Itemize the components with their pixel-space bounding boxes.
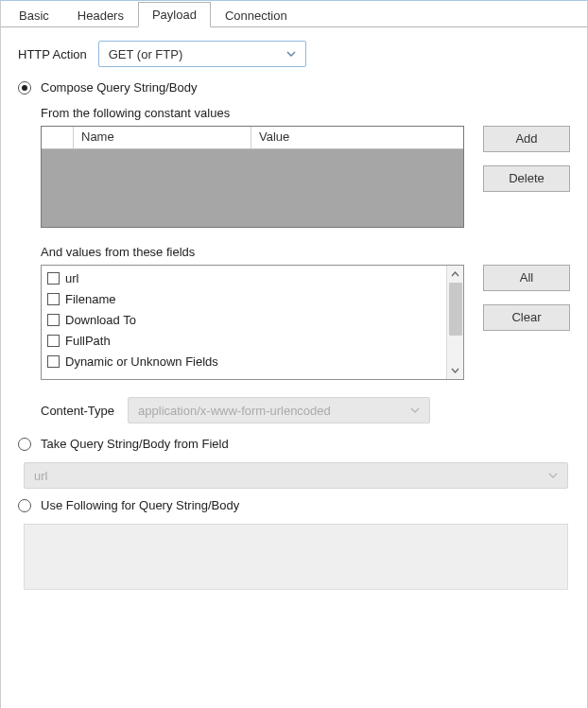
list-item[interactable]: Filename (47, 288, 442, 309)
from-field-select: url (24, 462, 568, 489)
fields-label: And values from these fields (41, 245, 570, 259)
radio-compose[interactable] (18, 81, 31, 95)
fields-listbox[interactable]: url Filename Download To FullPath (41, 265, 464, 380)
tab-connection[interactable]: Connection (211, 3, 302, 27)
radio-from-field[interactable] (18, 438, 31, 451)
payload-config-panel: Basic Headers Payload Connection HTTP Ac… (0, 0, 588, 708)
tab-headers[interactable]: Headers (63, 3, 138, 27)
content-type-select: application/x-www-form-urlencoded (128, 397, 430, 423)
clear-button[interactable]: Clear (483, 304, 570, 331)
constants-label: From the following constant values (41, 106, 570, 120)
radio-from-field-row[interactable]: Take Query String/Body from Field (18, 437, 570, 451)
tab-content: HTTP Action GET (or FTP) Compose Query S… (1, 27, 587, 599)
radio-compose-label: Compose Query String/Body (41, 80, 197, 95)
list-item[interactable]: Download To (47, 309, 442, 330)
fields-list-inner: url Filename Download To FullPath (42, 266, 446, 373)
tabstrip: Basic Headers Payload Connection (1, 1, 587, 27)
scrollbar[interactable] (446, 266, 463, 379)
http-action-value: GET (or FTP) (109, 47, 182, 61)
literal-body-textarea (24, 524, 568, 590)
checkbox[interactable] (47, 272, 60, 285)
add-button[interactable]: Add (483, 126, 570, 152)
scroll-thumb[interactable] (449, 283, 462, 336)
list-item[interactable]: url (47, 268, 442, 288)
delete-button[interactable]: Delete (483, 165, 570, 192)
chevron-down-icon (548, 473, 558, 478)
constants-grid-body[interactable] (42, 149, 463, 227)
list-item-label: FullPath (65, 334, 111, 348)
radio-compose-row[interactable]: Compose Query String/Body (18, 80, 570, 95)
radio-literal-label: Use Following for Query String/Body (41, 498, 239, 512)
fields-area: url Filename Download To FullPath (41, 265, 570, 380)
checkbox[interactable] (47, 314, 60, 326)
list-item-label: Filename (65, 292, 115, 306)
constants-col-handle (42, 127, 74, 148)
from-field-value: url (34, 469, 47, 483)
list-item-label: Download To (65, 313, 136, 327)
list-item-label: Dynamic or Unknown Fields (65, 354, 218, 369)
content-type-value: application/x-www-form-urlencoded (138, 404, 331, 418)
radio-literal[interactable] (18, 499, 31, 512)
checkbox[interactable] (47, 335, 60, 347)
constants-col-value[interactable]: Value (251, 127, 463, 148)
http-action-label: HTTP Action (18, 47, 87, 61)
chevron-down-icon (286, 51, 296, 57)
checkbox[interactable] (47, 355, 60, 368)
constants-col-name[interactable]: Name (74, 127, 251, 148)
list-item[interactable]: Dynamic or Unknown Fields (47, 351, 442, 371)
list-item-label: url (65, 271, 78, 285)
chevron-down-icon (410, 407, 420, 413)
tab-payload[interactable]: Payload (138, 2, 211, 27)
content-type-label: Content-Type (41, 404, 114, 418)
radio-literal-row[interactable]: Use Following for Query String/Body (18, 498, 570, 512)
constants-grid[interactable]: Name Value (41, 126, 464, 228)
http-action-select[interactable]: GET (or FTP) (98, 41, 306, 67)
scroll-up-icon[interactable] (447, 266, 464, 283)
scroll-down-icon[interactable] (447, 362, 464, 379)
fields-buttons: All Clear (483, 265, 570, 380)
constants-buttons: Add Delete (483, 126, 570, 228)
compose-section: From the following constant values Name … (18, 106, 570, 423)
checkbox[interactable] (47, 293, 60, 305)
radio-from-field-label: Take Query String/Body from Field (41, 437, 229, 451)
constants-grid-header: Name Value (42, 127, 463, 149)
all-button[interactable]: All (483, 265, 570, 291)
tab-basic[interactable]: Basic (5, 3, 63, 27)
content-type-row: Content-Type application/x-www-form-urle… (41, 397, 570, 423)
http-action-row: HTTP Action GET (or FTP) (18, 41, 570, 67)
list-item[interactable]: FullPath (47, 330, 442, 351)
constants-area: Name Value Add Delete (41, 126, 570, 228)
